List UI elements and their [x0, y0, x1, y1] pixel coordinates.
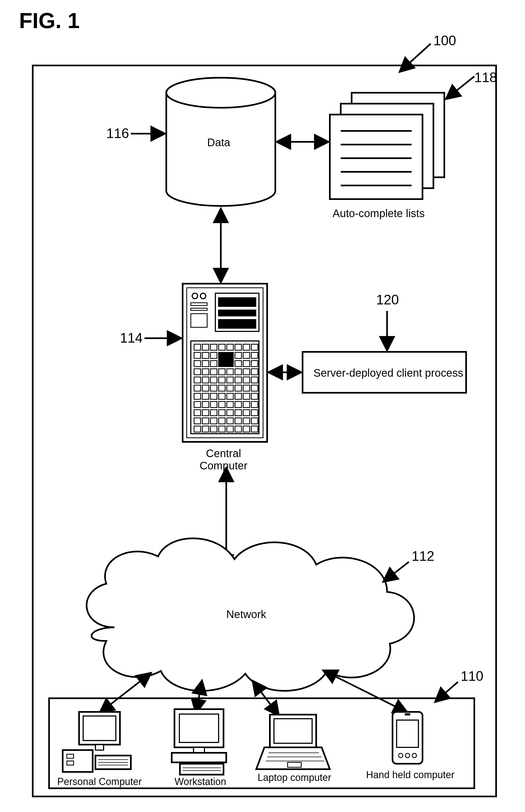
svg-rect-108: [227, 426, 233, 432]
svg-rect-106: [210, 426, 217, 432]
svg-rect-66: [210, 385, 217, 391]
svg-rect-58: [210, 377, 217, 383]
svg-rect-104: [194, 426, 200, 432]
ref-114: 114: [120, 330, 142, 346]
svg-rect-81: [202, 401, 209, 408]
svg-rect-65: [202, 385, 209, 391]
svg-rect-6: [330, 115, 422, 199]
data-label: Data: [207, 136, 230, 149]
ref-110: 110: [461, 668, 483, 684]
svg-rect-20: [218, 319, 256, 329]
svg-rect-45: [235, 360, 241, 367]
svg-rect-111: [251, 426, 258, 432]
svg-rect-56: [194, 377, 200, 383]
ref-118: 118: [474, 70, 497, 85]
svg-rect-107: [219, 426, 225, 432]
svg-rect-135: [172, 753, 226, 762]
figure-page: FIG. 1: [0, 0, 525, 812]
svg-rect-94: [243, 410, 250, 416]
central-computer-icon: [183, 284, 267, 442]
svg-rect-87: [251, 401, 258, 408]
svg-rect-95: [251, 410, 258, 416]
svg-line-116: [384, 562, 409, 581]
svg-rect-63: [251, 377, 258, 383]
svg-rect-51: [219, 369, 225, 375]
handheld-icon: [392, 712, 422, 764]
svg-rect-84: [227, 401, 233, 408]
laptop-label: Laptop computer: [254, 772, 335, 783]
svg-rect-52: [227, 369, 233, 375]
svg-rect-61: [235, 377, 241, 383]
svg-rect-44: [210, 360, 217, 367]
svg-rect-47: [251, 360, 258, 367]
svg-point-2: [166, 78, 275, 108]
svg-rect-49: [202, 369, 209, 375]
ref-112: 112: [411, 548, 434, 564]
svg-rect-43: [202, 360, 209, 367]
svg-rect-102: [243, 418, 250, 424]
ref-120: 120: [376, 292, 399, 308]
svg-rect-82: [210, 401, 217, 408]
svg-rect-77: [235, 393, 241, 399]
svg-rect-19: [218, 310, 256, 316]
svg-rect-37: [210, 352, 217, 358]
workstation-icon: [172, 709, 226, 774]
svg-rect-105: [202, 426, 209, 432]
svg-rect-50: [210, 369, 217, 375]
svg-rect-73: [202, 393, 209, 399]
svg-rect-68: [227, 385, 233, 391]
autocomplete-label: Auto-complete lists: [332, 207, 425, 220]
svg-rect-70: [243, 385, 250, 391]
svg-rect-41: [251, 352, 258, 358]
svg-rect-71: [251, 385, 258, 391]
svg-rect-91: [219, 410, 225, 416]
svg-rect-85: [235, 401, 241, 408]
svg-rect-33: [243, 344, 250, 350]
ref-100: 100: [433, 33, 456, 48]
svg-rect-42: [194, 360, 200, 367]
svg-rect-39: [235, 352, 241, 358]
svg-rect-72: [194, 393, 200, 399]
network-label: Network: [226, 608, 266, 621]
svg-rect-30: [219, 344, 225, 350]
svg-rect-48: [194, 369, 200, 375]
svg-rect-97: [202, 418, 209, 424]
svg-line-12: [447, 76, 474, 98]
svg-rect-74: [210, 393, 217, 399]
server-process-label: Server-deployed client process: [314, 367, 463, 379]
personal-computer-label: Personal Computer: [55, 776, 145, 787]
svg-rect-69: [235, 385, 241, 391]
svg-rect-146: [396, 720, 418, 747]
svg-rect-101: [235, 418, 241, 424]
svg-rect-80: [194, 401, 200, 408]
svg-rect-150: [405, 713, 410, 715]
handheld-label: Hand held computer: [362, 769, 458, 781]
svg-rect-64: [194, 385, 200, 391]
svg-rect-40: [243, 352, 250, 358]
central-computer-label-1: Central: [196, 447, 251, 460]
svg-rect-92: [227, 410, 233, 416]
svg-rect-86: [243, 401, 250, 408]
svg-rect-96: [194, 418, 200, 424]
svg-rect-79: [251, 393, 258, 399]
diagram-svg: [0, 0, 525, 812]
svg-rect-99: [219, 418, 225, 424]
svg-rect-46: [243, 360, 250, 367]
svg-rect-89: [202, 410, 209, 416]
svg-rect-62: [243, 377, 250, 383]
svg-rect-32: [235, 344, 241, 350]
svg-rect-54: [243, 369, 250, 375]
svg-rect-136: [180, 764, 224, 774]
figure-title: FIG. 1: [19, 8, 79, 33]
svg-rect-27: [194, 344, 200, 350]
svg-rect-133: [179, 714, 219, 742]
svg-rect-57: [202, 377, 209, 383]
svg-rect-38: [219, 352, 233, 367]
svg-rect-88: [194, 410, 200, 416]
svg-rect-28: [202, 344, 209, 350]
svg-rect-76: [227, 393, 233, 399]
svg-rect-100: [227, 418, 233, 424]
svg-rect-98: [210, 418, 217, 424]
svg-rect-93: [235, 410, 241, 416]
svg-rect-109: [235, 426, 241, 432]
